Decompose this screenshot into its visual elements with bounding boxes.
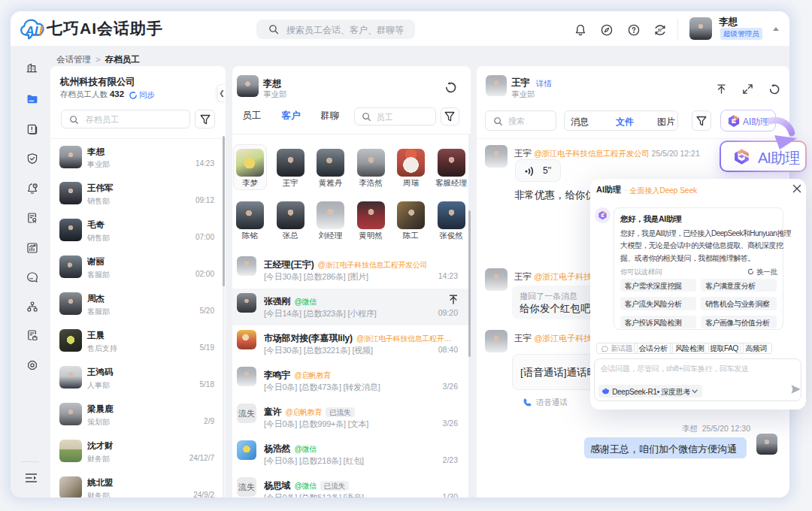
svg-text:!: !: [38, 23, 43, 39]
svg-text:AI: AI: [25, 24, 39, 38]
